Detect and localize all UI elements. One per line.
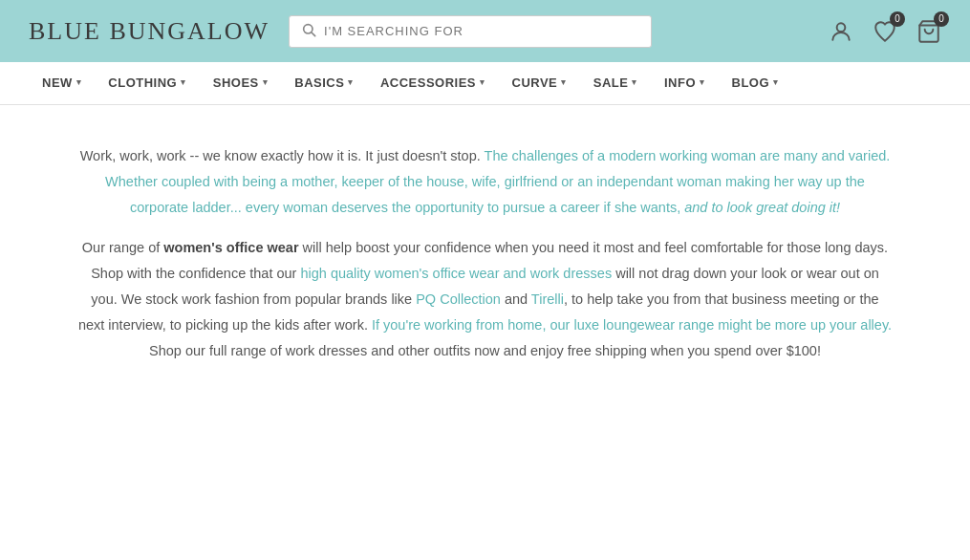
text-plain: and xyxy=(501,291,531,307)
wishlist-badge: 0 xyxy=(890,11,905,27)
text-bold: women's office wear xyxy=(163,240,298,255)
main-content: Work, work, work -- we know exactly how … xyxy=(0,105,970,437)
chevron-down-icon: ▾ xyxy=(773,77,779,87)
account-button[interactable] xyxy=(829,19,853,44)
search-bar[interactable] xyxy=(289,15,652,48)
paragraph-1: Work, work, work -- we know exactly how … xyxy=(76,143,894,220)
cart-badge: 0 xyxy=(934,11,949,27)
chevron-down-icon: ▾ xyxy=(561,77,567,87)
chevron-down-icon: ▾ xyxy=(480,77,485,87)
chevron-down-icon: ▾ xyxy=(181,77,186,87)
content-body: Work, work, work -- we know exactly how … xyxy=(76,143,894,364)
nav-item-basics[interactable]: BASICS ▾ xyxy=(281,62,367,104)
pq-collection-link[interactable]: PQ Collection xyxy=(416,291,501,307)
site-logo: BLUE BUNGALOW xyxy=(29,17,269,46)
nav-item-blog[interactable]: BLOG ▾ xyxy=(719,62,792,104)
svg-line-1 xyxy=(312,32,315,36)
nav-item-new[interactable]: NEW ▾ xyxy=(29,62,95,104)
nav-item-shoes[interactable]: SHOES ▾ xyxy=(200,62,282,104)
nav-item-sale[interactable]: SALE ▾ xyxy=(580,62,651,104)
text-plain: Shop our full range of work dresses and … xyxy=(149,343,821,358)
text-teal: If you're working from home, our xyxy=(372,317,574,333)
chevron-down-icon: ▾ xyxy=(263,77,269,87)
nav-item-info[interactable]: INFO ▾ xyxy=(651,62,719,104)
text-teal: range might be more up your alley. xyxy=(675,317,892,333)
nav-item-curve[interactable]: CURVE ▾ xyxy=(499,62,580,104)
search-icon xyxy=(301,22,316,41)
loungewear-link[interactable]: luxe loungewear xyxy=(573,317,675,333)
cart-button[interactable]: 0 xyxy=(916,19,941,44)
text-plain: Our range of xyxy=(82,240,163,255)
main-nav: NEW ▾ CLOTHING ▾ SHOES ▾ BASICS ▾ ACCESS… xyxy=(0,62,970,105)
text-plain: Work, work, work -- we know exactly how … xyxy=(80,148,485,163)
chevron-down-icon: ▾ xyxy=(700,77,705,87)
search-input[interactable] xyxy=(324,24,639,38)
nav-item-clothing[interactable]: CLOTHING ▾ xyxy=(95,62,199,104)
header-icons: 0 0 xyxy=(829,19,941,44)
tirelli-link[interactable]: Tirelli xyxy=(531,291,564,307)
chevron-down-icon: ▾ xyxy=(76,77,82,87)
wishlist-button[interactable]: 0 xyxy=(873,19,897,44)
header: BLUE BUNGALOW 0 xyxy=(0,0,970,62)
text-italic: and to look great doing it! xyxy=(684,200,840,215)
chevron-down-icon: ▾ xyxy=(348,77,354,87)
svg-point-2 xyxy=(837,23,846,32)
chevron-down-icon: ▾ xyxy=(632,77,637,87)
nav-item-accessories[interactable]: ACCESSORIES ▾ xyxy=(367,62,499,104)
paragraph-2: Our range of women's office wear will he… xyxy=(76,235,894,363)
text-teal: high quality women's office wear and wor… xyxy=(300,266,612,281)
